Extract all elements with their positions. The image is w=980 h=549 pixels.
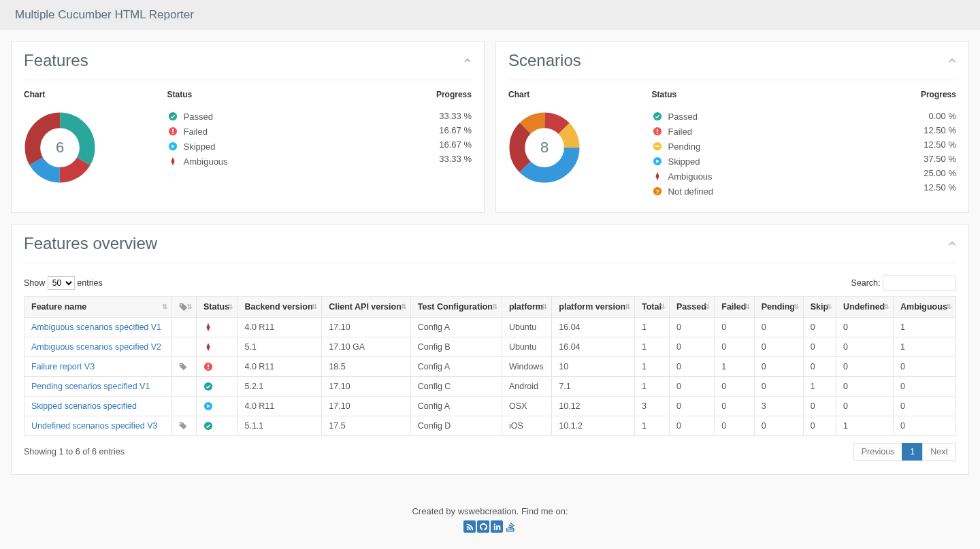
stackoverflow-icon[interactable] xyxy=(504,520,517,533)
length-control: Show 50 entries xyxy=(24,276,103,290)
search-label: Search: xyxy=(851,278,880,288)
svg-rect-28 xyxy=(208,365,209,367)
footer-text: Created by wswebcreation. Find me on: xyxy=(11,506,969,516)
status-item: Failed xyxy=(652,124,867,139)
status-item: Pending xyxy=(652,139,867,154)
status-pct: 37.50 % xyxy=(866,154,956,164)
feature-link[interactable]: Undefined scenarios specified V3 xyxy=(31,421,158,431)
collapse-icon[interactable] xyxy=(948,56,956,65)
table-row: Undefined scenarios specified V35.1.117.… xyxy=(24,416,956,436)
navbar: Multiple Cucumber HTML Reporter xyxy=(0,0,980,30)
search-input[interactable] xyxy=(883,276,956,290)
column-header[interactable]: Skip⇅ xyxy=(803,297,836,318)
ambiguous-icon xyxy=(167,156,178,167)
column-header[interactable]: platform⇅ xyxy=(502,297,551,318)
status-label: Passed xyxy=(184,112,382,122)
svg-rect-7 xyxy=(172,129,174,132)
pending-icon xyxy=(652,141,663,152)
progress-header: Progress xyxy=(866,90,956,105)
status-label: Pending xyxy=(668,142,867,152)
column-header[interactable]: platform version⇅ xyxy=(552,297,635,318)
column-header[interactable]: Failed⇅ xyxy=(715,297,754,318)
rss-icon[interactable] xyxy=(463,520,476,533)
column-header[interactable]: Test Configuration⇅ xyxy=(410,297,502,318)
table-row: Failure report V34.0 R1118.5Config AWind… xyxy=(24,357,956,377)
page-button[interactable]: 1 xyxy=(902,443,923,461)
collapse-icon[interactable] xyxy=(948,239,956,248)
status-item: Ambiguous xyxy=(652,169,867,184)
chart-header: Chart xyxy=(508,90,652,105)
ambiguous-icon xyxy=(203,342,231,352)
column-header[interactable]: Backend version⇅ xyxy=(238,297,322,318)
ambiguous-icon xyxy=(652,171,663,182)
previous-button[interactable]: Previous xyxy=(853,443,903,461)
notdefined-icon: ? xyxy=(652,186,663,197)
entries-label: entries xyxy=(77,278,103,288)
status-pct: 12.50 % xyxy=(866,125,956,135)
svg-rect-18 xyxy=(657,129,658,132)
status-header: Status xyxy=(167,90,382,105)
svg-rect-8 xyxy=(172,133,174,134)
length-select[interactable]: 50 xyxy=(48,276,75,290)
progress-header: Progress xyxy=(382,90,472,105)
features-title: Features xyxy=(24,51,88,70)
svg-rect-19 xyxy=(657,133,658,134)
column-header[interactable]: Passed⇅ xyxy=(670,297,715,318)
svg-point-5 xyxy=(168,112,176,120)
status-item: Ambiguous xyxy=(167,154,382,169)
svg-point-33 xyxy=(204,422,212,430)
column-header[interactable]: Feature name⇅ xyxy=(24,297,172,318)
status-pct: 16.67 % xyxy=(382,139,472,150)
feature-link[interactable]: Ambiguous scenarios specified V1 xyxy=(31,322,161,332)
status-label: Ambiguous xyxy=(668,171,867,182)
feature-link[interactable]: Ambiguous scenarios specified V2 xyxy=(31,342,161,352)
feature-link[interactable]: Skipped scenarios specified xyxy=(31,401,137,411)
table-info: Showing 1 to 6 of 6 entries xyxy=(24,447,125,456)
table-row: Skipped scenarios specified4.0 R1117.10C… xyxy=(24,397,956,416)
column-header[interactable]: Total⇅ xyxy=(634,297,669,318)
features-table: Feature name⇅⇅Status⇅Backend version⇅Cli… xyxy=(24,296,956,436)
status-label: Passed xyxy=(668,112,867,122)
status-item: Passed xyxy=(167,109,382,124)
passed-icon xyxy=(652,111,663,122)
skipped-icon xyxy=(203,401,231,411)
svg-point-16 xyxy=(653,112,661,120)
overview-panel: Features overview Show 50 entries Search… xyxy=(11,224,969,475)
status-header: Status xyxy=(652,90,867,105)
column-header[interactable]: ⇅ xyxy=(172,297,196,318)
svg-point-25 xyxy=(180,304,182,305)
passed-icon xyxy=(203,382,231,391)
linkedin-icon[interactable] xyxy=(491,520,503,533)
features-donut: 6 xyxy=(24,112,96,184)
status-label: Failed xyxy=(668,127,867,137)
svg-point-30 xyxy=(204,382,212,390)
status-pct: 12.50 % xyxy=(866,139,956,150)
column-header[interactable]: Pending⇅ xyxy=(754,297,803,318)
feature-link[interactable]: Pending scenarios specified V1 xyxy=(31,382,150,391)
github-icon[interactable] xyxy=(477,520,489,533)
status-pct: 33.33 % xyxy=(382,111,472,121)
table-row: Pending scenarios specified V15.2.117.10… xyxy=(24,377,956,397)
tag-icon xyxy=(179,422,189,430)
features-total: 6 xyxy=(56,139,64,156)
svg-point-34 xyxy=(466,528,468,530)
status-pct: 33.33 % xyxy=(382,154,472,164)
chart-header: Chart xyxy=(24,90,167,105)
status-item: ?Not defined xyxy=(652,184,867,199)
column-header[interactable]: Undefined⇅ xyxy=(836,297,894,318)
next-button[interactable]: Next xyxy=(922,443,956,461)
scenarios-panel: Scenarios Chart 8 Status xyxy=(495,41,969,213)
table-row: Ambiguous scenarios specified V25.117.10… xyxy=(24,337,956,357)
svg-point-36 xyxy=(493,523,495,525)
collapse-icon[interactable] xyxy=(463,56,472,65)
column-header[interactable]: Status⇅ xyxy=(196,297,238,318)
skipped-icon xyxy=(167,141,178,152)
status-label: Failed xyxy=(184,127,382,137)
show-label: Show xyxy=(24,278,45,288)
status-pct: 0.00 % xyxy=(866,111,956,121)
passed-icon xyxy=(167,111,178,122)
column-header[interactable]: Ambiguous⇅ xyxy=(894,297,956,318)
feature-link[interactable]: Failure report V3 xyxy=(31,362,95,371)
footer: Created by wswebcreation. Find me on: xyxy=(11,486,969,549)
column-header[interactable]: Client API version⇅ xyxy=(322,297,410,318)
